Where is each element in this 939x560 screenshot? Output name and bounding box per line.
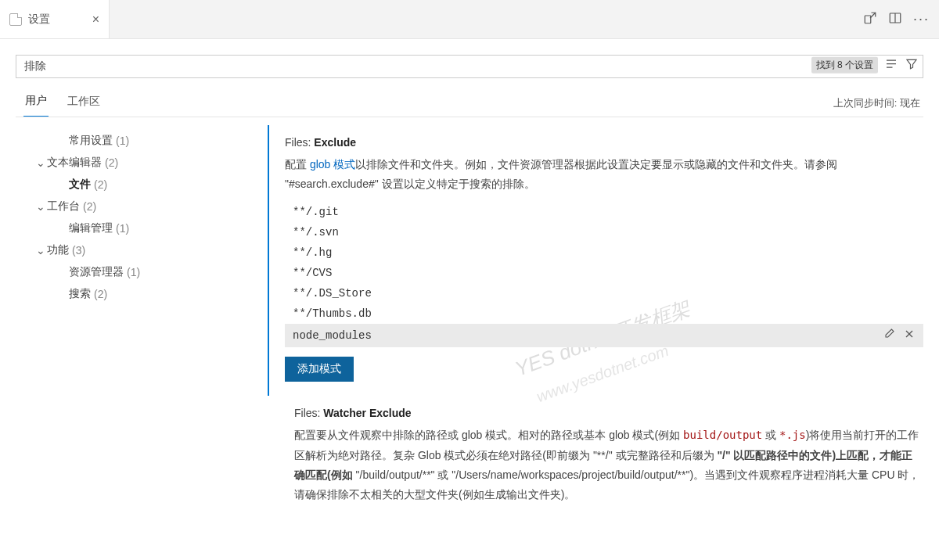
chevron-down-icon: ⌄ [34,200,47,213]
pattern-text: **/.DS_Store [293,287,372,300]
settings-tree: 常用设置 (1)⌄文本编辑器 (2)文件 (2)⌄工作台 (2)编辑管理 (1)… [0,117,266,560]
tree-item-count: (3) [72,244,85,257]
gear-icon[interactable] [266,138,268,154]
chevron-down-icon: ⌄ [34,156,47,169]
search-result-count: 找到 8 个设置 [811,57,878,74]
clear-search-icon[interactable] [884,57,898,74]
setting-title: Files: Watcher Exclude [294,407,923,419]
glob-pattern-link[interactable]: glob 模式 [310,158,355,171]
tree-item-label: 工作台 [47,199,80,214]
pattern-row[interactable]: **/.svn [285,222,923,242]
add-pattern-button[interactable]: 添加模式 [285,357,354,382]
tree-item-count: (1) [116,222,129,235]
file-icon [9,13,22,26]
tree-item[interactable]: ⌄工作台 (2) [34,196,258,217]
tree-item[interactable]: 资源管理器 (1) [34,261,258,283]
pattern-text: **/.svn [293,226,339,239]
tree-item-label: 文本编辑器 [47,156,102,170]
pattern-row[interactable]: **/.git [285,202,923,222]
tree-item-label: 搜索 [69,287,91,301]
pattern-row[interactable]: **/Thumbs.db [285,303,923,324]
pattern-text: **/.hg [293,246,332,259]
tree-item[interactable]: 编辑管理 (1) [34,217,258,239]
setting-files-watcher-exclude: Files: Watcher Exclude 配置要从文件观察中排除的路径或 g… [266,396,931,526]
tree-item-label: 文件 [69,178,91,192]
pattern-row[interactable]: **/.DS_Store [285,283,923,303]
close-tab-icon[interactable]: × [92,13,99,27]
tree-item-count: (2) [94,288,107,300]
pattern-text: node_modules [293,329,372,342]
tree-item[interactable]: ⌄文本编辑器 (2) [34,152,258,174]
svg-rect-0 [865,16,871,23]
setting-description: 配置 glob 模式以排除文件和文件夹。例如，文件资源管理器根据此设置决定要显示… [285,155,923,194]
pattern-text: **/Thumbs.db [293,307,372,320]
scope-tab-user[interactable]: 用户 [23,89,49,117]
tree-item-label: 常用设置 [69,134,113,148]
filter-icon[interactable] [905,57,919,74]
tree-item-count: (1) [127,266,140,278]
edit-icon[interactable] [883,328,895,343]
open-settings-json-icon[interactable] [863,11,877,27]
tree-item-label: 资源管理器 [69,265,124,279]
exclude-pattern-list: **/.git**/.svn**/.hg**/CVS**/.DS_Store**… [285,202,923,347]
chevron-down-icon: ⌄ [34,244,47,257]
tree-item-count: (2) [105,156,118,169]
pattern-row[interactable]: **/CVS [285,263,923,283]
more-actions-icon[interactable]: ··· [913,11,930,27]
settings-search-input[interactable] [16,55,923,78]
pattern-text: **/.git [293,206,339,218]
tree-item[interactable]: 文件 (2) [34,174,258,196]
tabbar-actions: ··· [110,0,939,38]
tree-item-count: (2) [83,200,96,213]
close-icon[interactable] [903,328,916,343]
pattern-text: **/CVS [293,267,332,279]
split-editor-icon[interactable] [888,11,902,27]
setting-description: 配置要从文件观察中排除的路径或 glob 模式。相对的路径或基本 glob 模式… [294,425,923,504]
tree-item[interactable]: 常用设置 (1) [34,130,258,152]
pattern-row[interactable]: **/.hg [285,242,923,263]
pattern-row[interactable]: node_modules [285,324,923,347]
editor-tab-settings[interactable]: 设置 × [0,0,110,38]
sync-status: 上次同步时间: 现在 [833,96,920,110]
tree-item-label: 编辑管理 [69,221,113,235]
setting-title: Files: Exclude [285,136,923,149]
tree-item-count: (1) [116,135,129,147]
setting-files-exclude: Files: Exclude 配置 glob 模式以排除文件和文件夹。例如，文件… [268,125,931,396]
tree-item-label: 功能 [47,243,69,257]
tree-item[interactable]: ⌄功能 (3) [34,239,258,261]
tab-title: 设置 [28,13,50,27]
tree-item-count: (2) [94,178,107,191]
scope-tab-workspace[interactable]: 工作区 [66,90,102,117]
tree-item[interactable]: 搜索 (2) [34,283,258,305]
